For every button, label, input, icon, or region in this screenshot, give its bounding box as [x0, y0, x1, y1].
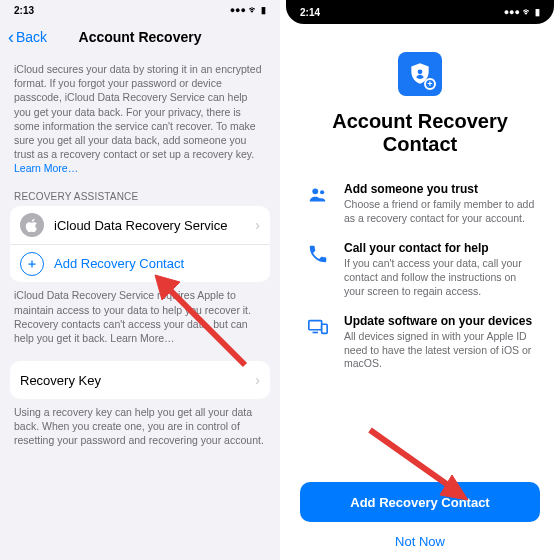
svg-point-3 [312, 188, 318, 194]
status-time: 2:14 [300, 7, 320, 18]
feature-title: Add someone you trust [344, 182, 536, 196]
recovery-key-row[interactable]: Recovery Key › [10, 361, 270, 399]
page-title: Account Recovery Contact [304, 110, 536, 156]
learn-more-link[interactable]: Learn More… [110, 332, 174, 344]
status-time: 2:13 [14, 5, 34, 16]
feature-desc: Choose a friend or family member to add … [344, 198, 536, 225]
row-label: Recovery Key [20, 373, 101, 388]
status-bar: 2:14 ●●●ᯤ▮ [286, 0, 554, 24]
status-icons: ●●●ᯤ▮ [230, 5, 266, 15]
apple-icon [20, 213, 44, 237]
feature-update-software: Update software on your devices All devi… [304, 314, 536, 371]
back-button[interactable]: ‹ Back [8, 27, 47, 48]
feature-desc: All devices signed in with your Apple ID… [344, 330, 536, 371]
svg-point-4 [320, 190, 324, 194]
chevron-right-icon: › [255, 217, 260, 233]
back-label: Back [16, 29, 47, 45]
feature-title: Call your contact for help [344, 241, 536, 255]
svg-rect-5 [309, 321, 322, 330]
assistance-footer: iCloud Data Recovery Service requires Ap… [0, 282, 280, 345]
devices-icon [304, 314, 332, 371]
feature-add-someone: Add someone you trust Choose a friend or… [304, 182, 536, 225]
plus-badge-icon: + [424, 78, 436, 90]
status-bar: 2:13 ●●●ᯤ▮ [0, 0, 280, 20]
plus-icon [20, 252, 44, 276]
recovery-assistance-card: iCloud Data Recovery Service › Add Recov… [10, 206, 270, 282]
recovery-contact-icon: + [398, 52, 442, 96]
learn-more-link[interactable]: Learn More… [14, 162, 78, 174]
recovery-key-footer: Using a recovery key can help you get al… [0, 399, 280, 448]
add-recovery-contact-row[interactable]: Add Recovery Contact [10, 244, 270, 282]
status-icons: ●●●ᯤ▮ [504, 7, 540, 17]
add-recovery-contact-button[interactable]: Add Recovery Contact [300, 482, 540, 522]
row-label: iCloud Data Recovery Service [54, 218, 227, 233]
icloud-data-recovery-row[interactable]: iCloud Data Recovery Service › [10, 206, 270, 244]
recovery-key-card: Recovery Key › [10, 361, 270, 399]
row-label: Add Recovery Contact [54, 256, 184, 271]
chevron-right-icon: › [255, 372, 260, 388]
nav-bar: ‹ Back Account Recovery [0, 20, 280, 54]
intro-text: iCloud secures your data by storing it i… [0, 54, 280, 175]
svg-point-2 [418, 69, 423, 74]
people-icon [304, 182, 332, 225]
feature-call-contact: Call your contact for help If you can't … [304, 241, 536, 298]
svg-line-7 [370, 430, 455, 490]
not-now-button[interactable]: Not Now [395, 534, 445, 549]
feature-title: Update software on your devices [344, 314, 536, 328]
svg-rect-6 [322, 324, 328, 333]
chevron-left-icon: ‹ [8, 27, 14, 48]
notch-wrap: 2:14 ●●●ᯤ▮ [280, 0, 560, 24]
feature-desc: If you can't access your data, call your… [344, 257, 536, 298]
section-header: RECOVERY ASSISTANCE [14, 191, 266, 202]
phone-icon [304, 241, 332, 298]
